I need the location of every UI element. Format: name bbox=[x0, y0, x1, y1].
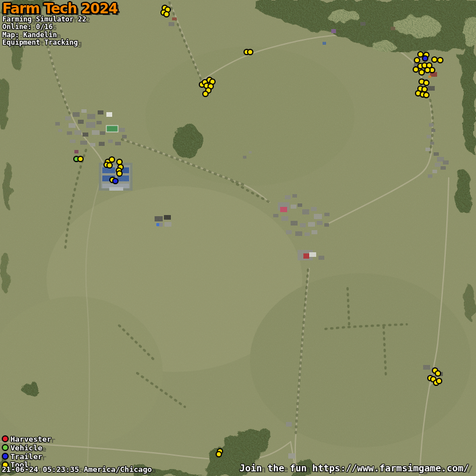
marker-tool bbox=[163, 11, 170, 17]
legend-label: Harvester bbox=[10, 435, 51, 443]
harvester-dot-icon bbox=[2, 435, 9, 442]
vehicle-dot-icon bbox=[2, 444, 9, 451]
marker-tool bbox=[116, 170, 123, 177]
legend-item-harvester: Harvester bbox=[2, 435, 51, 443]
marker-tool bbox=[109, 156, 115, 163]
marker-tool bbox=[437, 57, 443, 63]
trailer-dot-icon bbox=[2, 453, 9, 460]
marker-trailer bbox=[112, 178, 119, 184]
marker-tool bbox=[418, 69, 425, 76]
marker-trailer bbox=[422, 55, 428, 62]
marker-tool bbox=[423, 92, 430, 98]
marker-tool bbox=[414, 57, 420, 63]
marker-tool bbox=[216, 451, 222, 457]
timestamp: 21-06-24 05:23:35 America/Chicago bbox=[2, 465, 152, 474]
marker-tool bbox=[431, 56, 438, 63]
marker-tool bbox=[247, 49, 253, 55]
online-status: Online: 0/16 bbox=[2, 23, 87, 31]
legend-item-vehicle: Vehicle bbox=[2, 443, 51, 452]
marker-tool bbox=[435, 370, 441, 377]
legend-label: Vehicle bbox=[10, 443, 42, 452]
tracking-label: Equipment Tracking bbox=[2, 39, 87, 46]
page-title: Farm Tech 2024 bbox=[2, 1, 117, 16]
marker-tool bbox=[424, 67, 431, 73]
equipment-map-page: Farm Tech 2024 Farming Simulator 22 Onli… bbox=[0, 0, 476, 476]
marker-tool bbox=[423, 80, 430, 86]
legend: Harvester Vehicle Trailer Tool bbox=[2, 435, 51, 469]
header: Farming Simulator 22 Online: 0/16 Map: K… bbox=[2, 16, 87, 47]
marker-tool bbox=[436, 378, 442, 384]
marker-tool bbox=[413, 66, 419, 73]
marker-tool bbox=[106, 162, 113, 169]
marker-tool bbox=[202, 91, 209, 97]
marker-layer bbox=[0, 0, 476, 476]
marker-tool bbox=[77, 156, 84, 162]
legend-label: Trailer bbox=[10, 452, 42, 461]
promo-link[interactable]: Join the fun https://www.farmsimgame.com… bbox=[239, 463, 469, 474]
legend-item-trailer: Trailer bbox=[2, 452, 51, 461]
